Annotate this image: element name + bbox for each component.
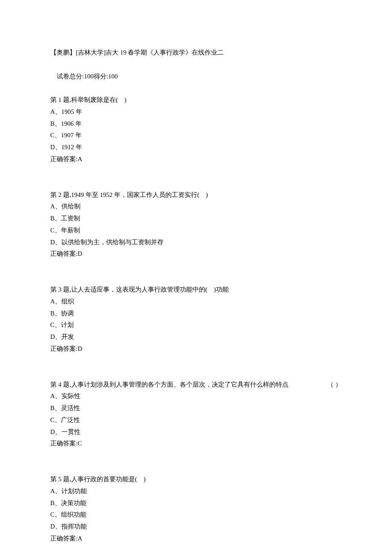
question-option: A、计划功能 — [50, 486, 342, 497]
question-option: B、灵活性 — [50, 402, 342, 414]
question-stem: 第 4 题,人事计划涉及到人事管理的各个方面、各个层次，决定了它具有什么样的特点… — [50, 379, 342, 391]
document-header: 【奥鹏】[吉林大学]吉大 19 春学期《人事行政学》在线作业二 试卷总分:100… — [50, 47, 342, 94]
question-option: D、1912 年 — [50, 142, 342, 153]
question-option: A、实际性 — [50, 390, 342, 402]
question-option: A、1905 年 — [50, 106, 342, 118]
question-answer: 正确答案:D — [50, 343, 342, 355]
question-stem: 第 3 题,让人去适应事，这表现为人事行政管理功能中的( )功能 — [50, 284, 342, 296]
question-option: B、工资制 — [50, 213, 342, 225]
question-5: 第 5 题,人事行政的首要功能是( ) A、计划功能 B、决策功能 C、组织功能… — [50, 474, 342, 545]
question-option: C、计划 — [50, 319, 342, 331]
question-option: B、决策功能 — [50, 497, 342, 509]
question-answer: 正确答案:C — [50, 438, 342, 450]
question-option: C、1907 年 — [50, 130, 342, 142]
question-answer: 正确答案:A — [50, 533, 342, 545]
score-total: 试卷总分:100 — [57, 73, 94, 80]
question-option: C、年薪制 — [50, 225, 342, 237]
document-title: 【奥鹏】[吉林大学]吉大 19 春学期《人事行政学》在线作业二 — [50, 47, 342, 59]
question-stem-text: 第 4 题,人事计划涉及到人事管理的各个方面、各个层次，决定了它具有什么样的特点 — [50, 379, 288, 391]
score-line: 试卷总分:100得分:100 — [50, 59, 342, 94]
question-stem-paren: （ ） — [327, 379, 342, 391]
question-2: 第 2 题,1949 年至 1952 年，国家工作人员的工资实行( ) A、供给… — [50, 189, 342, 260]
question-4: 第 4 题,人事计划涉及到人事管理的各个方面、各个层次，决定了它具有什么样的特点… — [50, 379, 342, 450]
question-stem: 第 5 题,人事行政的首要功能是( ) — [50, 474, 342, 486]
question-3: 第 3 题,让人去适应事，这表现为人事行政管理功能中的( )功能 A、组织 B、… — [50, 284, 342, 355]
question-option: A、供给制 — [50, 201, 342, 213]
question-stem: 第 1 题,科举制废除是在( ) — [50, 94, 342, 106]
question-answer: 正确答案:D — [50, 248, 342, 260]
question-option: D、以供给制为主，供给制与工资制并存 — [50, 237, 342, 249]
question-option: B、协调 — [50, 308, 342, 320]
question-option: A、组织 — [50, 296, 342, 308]
question-1: 第 1 题,科举制废除是在( ) A、1905 年 B、1906 年 C、190… — [50, 94, 342, 165]
question-option: D、一贯性 — [50, 426, 342, 438]
question-option: C、组织功能 — [50, 509, 342, 521]
question-option: B、1906 年 — [50, 118, 342, 130]
question-answer: 正确答案:A — [50, 153, 342, 165]
score-gain: 得分:100 — [94, 73, 118, 80]
question-option: D、指挥功能 — [50, 521, 342, 533]
question-stem: 第 2 题,1949 年至 1952 年，国家工作人员的工资实行( ) — [50, 189, 342, 201]
question-option: D、开发 — [50, 331, 342, 343]
question-option: C、广泛性 — [50, 414, 342, 426]
